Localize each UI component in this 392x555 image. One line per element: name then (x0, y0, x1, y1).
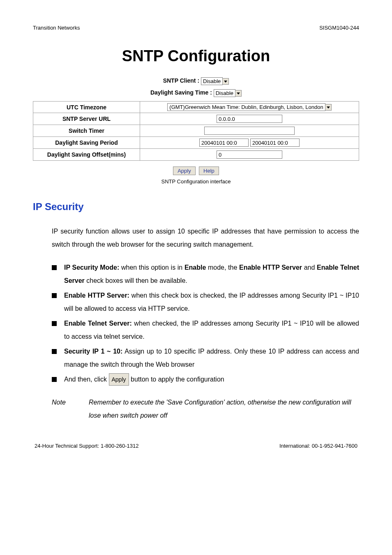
bullet-text: And then, click (64, 376, 109, 383)
figure-caption: SNTP Configuration interface (33, 178, 359, 185)
bullet-bold: Enable HTTP Server: (64, 292, 129, 299)
chevron-down-icon[interactable] (222, 78, 229, 85)
config-table: UTC Timezone (GMT)Greenwich Mean Time: D… (33, 101, 359, 161)
list-item: Enable Telnet Server: when checked, the … (52, 317, 359, 343)
chevron-down-icon[interactable] (325, 104, 332, 111)
bullet-text: button to apply the configuration (129, 376, 224, 383)
bullet-text: and (302, 264, 317, 271)
utc-timezone-select[interactable]: (GMT)Greenwich Mean Time: Dublin, Edinbu… (167, 103, 325, 111)
row-label: SNTP Server URL (33, 113, 140, 125)
list-item: Enable HTTP Server: when this check box … (52, 289, 359, 315)
row-label: UTC Timezone (33, 102, 140, 113)
row-label: Switch Timer (33, 125, 140, 137)
row-label: Daylight Saving Offset(mins) (33, 149, 140, 161)
table-row: Daylight Saving Offset(mins) (33, 149, 359, 161)
bullet-bold: Enable Telnet Server: (64, 320, 132, 327)
table-row: Daylight Saving Period (33, 137, 359, 149)
table-row: Switch Timer (33, 125, 359, 137)
bullet-text: check boxes will then be available. (85, 277, 187, 284)
bullet-bold: Enable HTTP Server (239, 264, 302, 271)
apply-button[interactable]: Apply (173, 166, 196, 175)
dst-label: Daylight Saving Time : (150, 89, 212, 96)
dst-period-start-input[interactable] (199, 139, 249, 147)
switch-timer-input[interactable] (204, 127, 295, 135)
dst-select[interactable]: Disable (214, 89, 235, 97)
list-item: And then, click Apply button to apply th… (52, 373, 359, 386)
dst-period-end-input[interactable] (250, 139, 300, 147)
list-item: IP Security Mode: when this option is in… (52, 261, 359, 287)
header-left: Transition Networks (33, 25, 80, 31)
header-right: SISGM1040-244 (319, 25, 359, 31)
table-row: UTC Timezone (GMT)Greenwich Mean Time: D… (33, 102, 359, 113)
page-title: SNTP Configuration (33, 47, 359, 65)
help-button[interactable]: Help (199, 166, 219, 175)
bullet-bold: Security IP 1 ~ 10: (64, 348, 122, 355)
dst-offset-input[interactable] (217, 150, 282, 159)
note-text: Remember to execute the 'Save Configurat… (89, 396, 359, 422)
sntp-client-label: SNTP Client : (163, 77, 199, 84)
bullet-text: mode, the (206, 264, 239, 271)
apply-button-inline: Apply (109, 373, 129, 386)
list-item: Security IP 1 ~ 10: Assign up to 10 spec… (52, 345, 359, 371)
intro-text: IP security function allows user to assi… (52, 225, 359, 251)
bullet-list: IP Security Mode: when this option is in… (52, 261, 359, 386)
row-label: Daylight Saving Period (33, 137, 140, 149)
bullet-bold: IP Security Mode: (64, 264, 119, 271)
note-block: Note Remember to execute the 'Save Confi… (52, 396, 359, 422)
table-row: SNTP Server URL (33, 113, 359, 125)
sntp-server-url-input[interactable] (217, 115, 282, 123)
chevron-down-icon[interactable] (235, 90, 242, 97)
bullet-bold: Enable (184, 264, 206, 271)
footer-right: International: 00-1-952-941-7600 (279, 443, 357, 449)
footer-left: 24-Hour Technical Support: 1-800-260-131… (35, 443, 138, 449)
sntp-client-select[interactable]: Disable (201, 77, 223, 85)
bullet-text: when this option is in (119, 264, 184, 271)
note-label: Note (52, 396, 89, 422)
section-heading: IP Security (33, 201, 359, 213)
